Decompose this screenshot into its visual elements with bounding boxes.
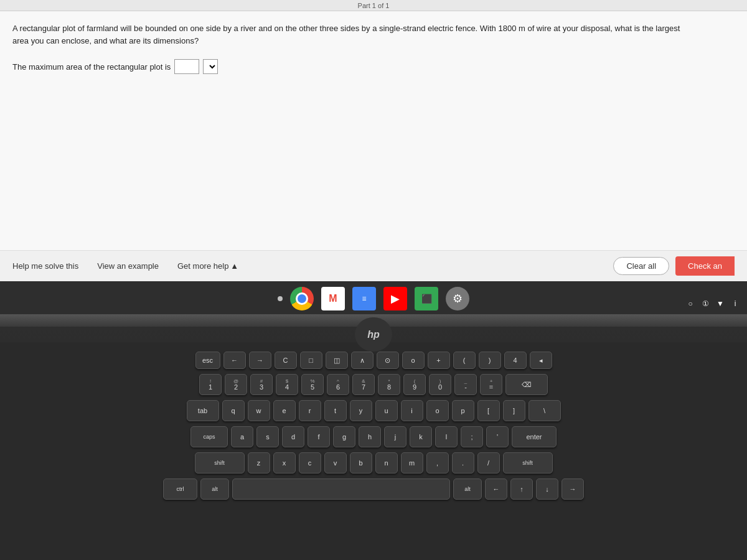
key-f12[interactable]: 4 bbox=[504, 352, 527, 369]
key-a[interactable]: a bbox=[231, 426, 253, 447]
key-backslash[interactable]: \ bbox=[529, 400, 561, 421]
key-slash[interactable]: / bbox=[477, 452, 500, 474]
key-b[interactable]: b bbox=[350, 452, 372, 474]
key-w[interactable]: w bbox=[248, 400, 270, 421]
youtube-icon[interactable]: ▶ bbox=[383, 287, 407, 310]
key-window[interactable]: □ bbox=[300, 352, 322, 369]
key-comma[interactable]: , bbox=[426, 452, 449, 474]
key-esc[interactable]: esc bbox=[195, 352, 220, 369]
key-j[interactable]: j bbox=[384, 426, 406, 447]
key-ctrl-left[interactable]: ctrl bbox=[163, 478, 197, 500]
settings-icon[interactable]: ⚙ bbox=[446, 287, 469, 310]
answer-dropdown[interactable]: ▼ bbox=[203, 59, 218, 74]
key-alt-left[interactable]: alt bbox=[200, 478, 229, 500]
gmail-icon[interactable]: M bbox=[321, 287, 345, 310]
key-alt-right[interactable]: alt bbox=[453, 478, 482, 500]
tray-wifi-icon[interactable]: ▼ bbox=[715, 298, 726, 309]
key-k[interactable]: k bbox=[410, 426, 432, 447]
key-o[interactable]: o bbox=[426, 400, 449, 421]
key-shift-left[interactable]: shift bbox=[195, 452, 245, 474]
key-2[interactable]: @2 bbox=[225, 374, 247, 395]
key-1[interactable]: !1 bbox=[199, 374, 222, 395]
docs-icon[interactable]: ≡ bbox=[352, 287, 376, 310]
key-r[interactable]: r bbox=[299, 400, 321, 421]
keyboard-area: esc ← → C □ ◫ ∧ ⊙ o + ( ) 4 ◂ !1 @2 #3 $… bbox=[0, 342, 747, 560]
key-forward[interactable]: → bbox=[249, 352, 271, 369]
key-backspace[interactable]: ⌫ bbox=[505, 374, 548, 395]
answer-input[interactable] bbox=[174, 59, 199, 74]
key-z[interactable]: z bbox=[248, 452, 270, 474]
key-f[interactable]: f bbox=[308, 426, 330, 447]
key-arrow-left[interactable]: ← bbox=[485, 478, 507, 500]
key-split[interactable]: ◫ bbox=[326, 352, 348, 369]
chevron-up-icon: ▲ bbox=[230, 261, 238, 271]
key-bracket-right[interactable]: ] bbox=[503, 400, 525, 421]
key-8[interactable]: *8 bbox=[378, 374, 400, 395]
key-m[interactable]: m bbox=[401, 452, 423, 474]
key-h[interactable]: h bbox=[359, 426, 381, 447]
key-c[interactable]: c bbox=[299, 452, 321, 474]
key-g[interactable]: g bbox=[333, 426, 355, 447]
key-l[interactable]: l bbox=[435, 426, 458, 447]
files-icon[interactable]: ⬛ bbox=[415, 287, 438, 310]
view-example-button[interactable]: View an example bbox=[97, 261, 159, 271]
key-p[interactable]: p bbox=[452, 400, 474, 421]
get-more-help-label: Get more help bbox=[177, 261, 228, 271]
key-t[interactable]: t bbox=[324, 400, 347, 421]
key-bright-down[interactable]: ∧ bbox=[351, 352, 374, 369]
key-prev[interactable]: ◂ bbox=[530, 352, 552, 369]
key-s[interactable]: s bbox=[256, 426, 279, 447]
keyboard-function-row: esc ← → C □ ◫ ∧ ⊙ o + ( ) 4 ◂ bbox=[195, 352, 552, 369]
keyboard-space-row: ctrl alt alt ← ↑ ↓ → bbox=[163, 478, 584, 500]
key-x[interactable]: x bbox=[273, 452, 296, 474]
tray-info-icon[interactable]: ① bbox=[700, 298, 711, 309]
key-y[interactable]: y bbox=[350, 400, 372, 421]
get-more-help-button[interactable]: Get more help ▲ bbox=[177, 261, 238, 271]
key-period[interactable]: . bbox=[452, 452, 474, 474]
key-caps[interactable]: caps bbox=[190, 426, 228, 447]
key-bracket-left[interactable]: [ bbox=[477, 400, 500, 421]
key-vol-up[interactable]: ( bbox=[453, 352, 476, 369]
key-4[interactable]: $4 bbox=[276, 374, 298, 395]
key-q[interactable]: q bbox=[222, 400, 245, 421]
key-n[interactable]: n bbox=[375, 452, 398, 474]
key-mute[interactable]: o bbox=[402, 352, 425, 369]
key-u[interactable]: u bbox=[375, 400, 398, 421]
key-tab[interactable]: tab bbox=[187, 400, 219, 421]
key-bright-up[interactable]: ⊙ bbox=[377, 352, 399, 369]
key-space[interactable] bbox=[232, 478, 450, 500]
key-f11[interactable]: ) bbox=[479, 352, 501, 369]
key-arrow-up[interactable]: ↑ bbox=[510, 478, 533, 500]
key-minus[interactable]: _- bbox=[454, 374, 477, 395]
key-enter[interactable]: enter bbox=[512, 426, 557, 447]
key-3[interactable]: #3 bbox=[250, 374, 273, 395]
key-v[interactable]: v bbox=[324, 452, 347, 474]
key-9[interactable]: (9 bbox=[403, 374, 426, 395]
chrome-icon[interactable] bbox=[290, 287, 314, 310]
key-vol-down[interactable]: + bbox=[428, 352, 450, 369]
key-d[interactable]: d bbox=[282, 426, 304, 447]
key-5[interactable]: %5 bbox=[301, 374, 324, 395]
key-equals[interactable]: += bbox=[480, 374, 502, 395]
key-shift-right[interactable]: shift bbox=[503, 452, 553, 474]
key-refresh[interactable]: C bbox=[275, 352, 297, 369]
key-6[interactable]: ^6 bbox=[327, 374, 349, 395]
tray-battery-icon[interactable]: i bbox=[730, 298, 741, 309]
key-arrow-right[interactable]: → bbox=[561, 478, 584, 500]
key-0[interactable]: )0 bbox=[429, 374, 451, 395]
key-e[interactable]: e bbox=[273, 400, 296, 421]
key-semicolon[interactable]: ; bbox=[461, 426, 483, 447]
key-arrow-down[interactable]: ↓ bbox=[536, 478, 558, 500]
action-bar: Help me solve this View an example Get m… bbox=[0, 250, 747, 281]
key-quote[interactable]: ' bbox=[486, 426, 509, 447]
key-back[interactable]: ← bbox=[223, 352, 246, 369]
laptop-body: esc ← → C □ ◫ ∧ ⊙ o + ( ) 4 ◂ !1 @2 #3 $… bbox=[0, 327, 747, 560]
key-7[interactable]: &7 bbox=[352, 374, 375, 395]
help-me-solve-button[interactable]: Help me solve this bbox=[12, 261, 78, 271]
key-i[interactable]: i bbox=[401, 400, 423, 421]
taskbar-dot bbox=[278, 296, 283, 301]
clear-all-button[interactable]: Clear all bbox=[613, 257, 669, 275]
hp-logo: hp bbox=[355, 317, 392, 352]
check-answer-button[interactable]: Check an bbox=[675, 256, 735, 276]
tray-dot-icon[interactable]: ○ bbox=[685, 298, 696, 309]
